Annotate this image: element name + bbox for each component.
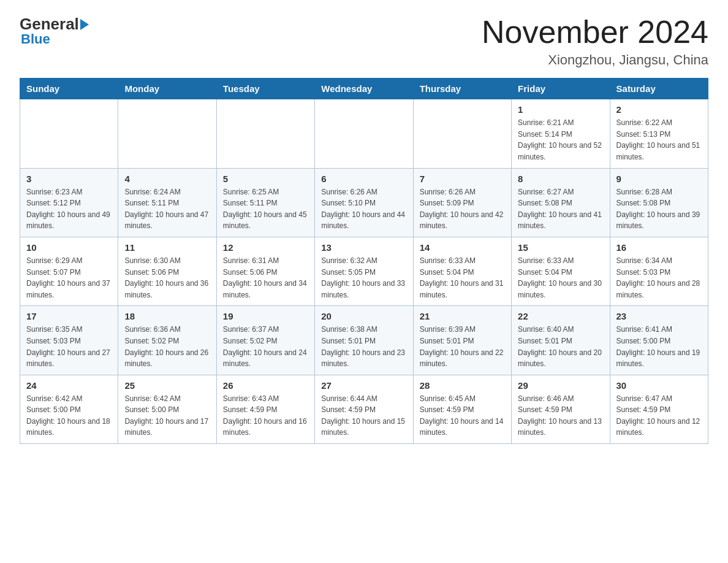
day-number: 26: [223, 380, 308, 391]
day-number: 27: [321, 380, 406, 391]
logo-arrow-icon: [80, 19, 89, 30]
day-info: Sunrise: 6:30 AMSunset: 5:06 PMDaylight:…: [124, 255, 210, 301]
day-info: Sunrise: 6:41 AMSunset: 5:00 PMDaylight:…: [616, 324, 702, 369]
logo-blue: Blue: [21, 31, 50, 47]
calendar-cell: 27Sunrise: 6:44 AMSunset: 4:59 PMDayligh…: [315, 375, 413, 443]
weekday-header-row: SundayMondayTuesdayWednesdayThursdayFrid…: [20, 79, 708, 99]
calendar-cell: 11Sunrise: 6:30 AMSunset: 5:06 PMDayligh…: [118, 237, 216, 305]
calendar-cell: [216, 99, 314, 168]
day-number: 4: [124, 174, 210, 184]
calendar-cell: 25Sunrise: 6:42 AMSunset: 5:00 PMDayligh…: [118, 375, 216, 443]
day-info: Sunrise: 6:24 AMSunset: 5:11 PMDaylight:…: [124, 186, 210, 232]
calendar-cell: 12Sunrise: 6:31 AMSunset: 5:06 PMDayligh…: [216, 237, 314, 305]
calendar-table: SundayMondayTuesdayWednesdayThursdayFrid…: [20, 78, 708, 444]
calendar-cell: 19Sunrise: 6:37 AMSunset: 5:02 PMDayligh…: [216, 306, 314, 375]
day-info: Sunrise: 6:21 AMSunset: 5:14 PMDaylight:…: [518, 117, 603, 163]
day-info: Sunrise: 6:42 AMSunset: 5:00 PMDaylight:…: [124, 393, 210, 439]
day-number: 23: [616, 311, 702, 321]
day-info: Sunrise: 6:32 AMSunset: 5:05 PMDaylight:…: [321, 255, 406, 301]
calendar-cell: 4Sunrise: 6:24 AMSunset: 5:11 PMDaylight…: [118, 168, 216, 237]
calendar-cell: 2Sunrise: 6:22 AMSunset: 5:13 PMDaylight…: [610, 99, 708, 168]
calendar-cell: [118, 99, 216, 168]
day-number: 3: [26, 174, 112, 184]
day-info: Sunrise: 6:26 AMSunset: 5:09 PMDaylight:…: [420, 186, 505, 232]
day-info: Sunrise: 6:36 AMSunset: 5:02 PMDaylight:…: [124, 324, 210, 369]
calendar-cell: 30Sunrise: 6:47 AMSunset: 4:59 PMDayligh…: [610, 375, 708, 443]
calendar-cell: 17Sunrise: 6:35 AMSunset: 5:03 PMDayligh…: [20, 306, 118, 375]
day-number: 15: [518, 242, 603, 253]
calendar-cell: 6Sunrise: 6:26 AMSunset: 5:10 PMDaylight…: [315, 168, 413, 237]
weekday-header-friday: Friday: [512, 79, 610, 99]
calendar-cell: [413, 99, 511, 168]
day-number: 13: [321, 242, 406, 253]
day-number: 18: [124, 311, 210, 321]
weekday-header-thursday: Thursday: [413, 79, 511, 99]
weekday-header-saturday: Saturday: [610, 79, 708, 99]
day-info: Sunrise: 6:38 AMSunset: 5:01 PMDaylight:…: [321, 324, 406, 369]
weekday-header-sunday: Sunday: [20, 79, 118, 99]
day-info: Sunrise: 6:35 AMSunset: 5:03 PMDaylight:…: [26, 324, 112, 369]
day-number: 2: [616, 104, 702, 115]
calendar-cell: 15Sunrise: 6:33 AMSunset: 5:04 PMDayligh…: [512, 237, 610, 305]
calendar-week-row: 24Sunrise: 6:42 AMSunset: 5:00 PMDayligh…: [20, 375, 708, 443]
day-number: 30: [616, 380, 702, 391]
calendar-cell: 3Sunrise: 6:23 AMSunset: 5:12 PMDaylight…: [20, 168, 118, 237]
day-number: 12: [223, 242, 308, 253]
day-number: 16: [616, 242, 702, 253]
day-info: Sunrise: 6:22 AMSunset: 5:13 PMDaylight:…: [616, 117, 702, 163]
day-info: Sunrise: 6:33 AMSunset: 5:04 PMDaylight:…: [420, 255, 505, 301]
calendar-cell: 20Sunrise: 6:38 AMSunset: 5:01 PMDayligh…: [315, 306, 413, 375]
calendar-cell: 28Sunrise: 6:45 AMSunset: 4:59 PMDayligh…: [413, 375, 511, 443]
weekday-header-monday: Monday: [118, 79, 216, 99]
day-info: Sunrise: 6:31 AMSunset: 5:06 PMDaylight:…: [223, 255, 308, 301]
day-number: 22: [518, 311, 603, 321]
day-info: Sunrise: 6:46 AMSunset: 4:59 PMDaylight:…: [518, 393, 603, 439]
day-number: 24: [26, 380, 112, 391]
calendar-cell: 23Sunrise: 6:41 AMSunset: 5:00 PMDayligh…: [610, 306, 708, 375]
calendar-cell: 14Sunrise: 6:33 AMSunset: 5:04 PMDayligh…: [413, 237, 511, 305]
calendar-cell: 8Sunrise: 6:27 AMSunset: 5:08 PMDaylight…: [512, 168, 610, 237]
day-info: Sunrise: 6:37 AMSunset: 5:02 PMDaylight:…: [223, 324, 308, 369]
day-info: Sunrise: 6:27 AMSunset: 5:08 PMDaylight:…: [518, 186, 603, 232]
day-info: Sunrise: 6:43 AMSunset: 4:59 PMDaylight:…: [223, 393, 308, 439]
day-info: Sunrise: 6:26 AMSunset: 5:10 PMDaylight:…: [321, 186, 406, 232]
calendar-week-row: 1Sunrise: 6:21 AMSunset: 5:14 PMDaylight…: [20, 99, 708, 168]
day-info: Sunrise: 6:34 AMSunset: 5:03 PMDaylight:…: [616, 255, 702, 301]
day-info: Sunrise: 6:45 AMSunset: 4:59 PMDaylight:…: [420, 393, 505, 439]
day-info: Sunrise: 6:23 AMSunset: 5:12 PMDaylight:…: [26, 186, 112, 232]
calendar-cell: 13Sunrise: 6:32 AMSunset: 5:05 PMDayligh…: [315, 237, 413, 305]
weekday-header-tuesday: Tuesday: [216, 79, 314, 99]
day-number: 11: [124, 242, 210, 253]
calendar-week-row: 10Sunrise: 6:29 AMSunset: 5:07 PMDayligh…: [20, 237, 708, 305]
day-info: Sunrise: 6:44 AMSunset: 4:59 PMDaylight:…: [321, 393, 406, 439]
day-info: Sunrise: 6:47 AMSunset: 4:59 PMDaylight:…: [616, 393, 702, 439]
day-info: Sunrise: 6:42 AMSunset: 5:00 PMDaylight:…: [26, 393, 112, 439]
month-title: November 2024: [482, 15, 708, 50]
day-info: Sunrise: 6:25 AMSunset: 5:11 PMDaylight:…: [223, 186, 308, 232]
header-area: General Blue November 2024 Xiongzhou, Ji…: [20, 15, 708, 68]
day-info: Sunrise: 6:28 AMSunset: 5:08 PMDaylight:…: [616, 186, 702, 232]
day-number: 28: [420, 380, 505, 391]
calendar-cell: 21Sunrise: 6:39 AMSunset: 5:01 PMDayligh…: [413, 306, 511, 375]
calendar-cell: 22Sunrise: 6:40 AMSunset: 5:01 PMDayligh…: [512, 306, 610, 375]
calendar-cell: [20, 99, 118, 168]
calendar-cell: 10Sunrise: 6:29 AMSunset: 5:07 PMDayligh…: [20, 237, 118, 305]
calendar-cell: 24Sunrise: 6:42 AMSunset: 5:00 PMDayligh…: [20, 375, 118, 443]
day-number: 29: [518, 380, 603, 391]
calendar-cell: 29Sunrise: 6:46 AMSunset: 4:59 PMDayligh…: [512, 375, 610, 443]
day-number: 9: [616, 174, 702, 184]
day-info: Sunrise: 6:33 AMSunset: 5:04 PMDaylight:…: [518, 255, 603, 301]
calendar-cell: [315, 99, 413, 168]
weekday-header-wednesday: Wednesday: [315, 79, 413, 99]
day-number: 5: [223, 174, 308, 184]
calendar-week-row: 3Sunrise: 6:23 AMSunset: 5:12 PMDaylight…: [20, 168, 708, 237]
day-number: 19: [223, 311, 308, 321]
day-number: 21: [420, 311, 505, 321]
day-number: 6: [321, 174, 406, 184]
calendar-cell: 16Sunrise: 6:34 AMSunset: 5:03 PMDayligh…: [610, 237, 708, 305]
day-number: 1: [518, 104, 603, 115]
calendar-cell: 5Sunrise: 6:25 AMSunset: 5:11 PMDaylight…: [216, 168, 314, 237]
day-info: Sunrise: 6:29 AMSunset: 5:07 PMDaylight:…: [26, 255, 112, 301]
day-number: 7: [420, 174, 505, 184]
day-number: 17: [26, 311, 112, 321]
